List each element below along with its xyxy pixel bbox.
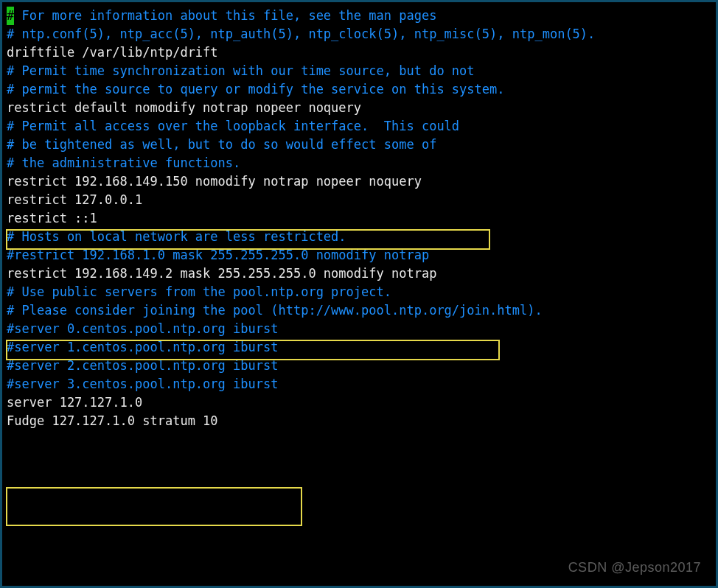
config-line[interactable]: # Permit time synchronization with our t… [7,62,711,80]
config-line[interactable]: restrict ::1 [7,209,711,228]
config-line[interactable]: server 127.127.1.0 [7,393,711,412]
config-line[interactable]: # Permit all access over the loopback in… [7,117,711,136]
box-server-local [6,487,302,526]
config-line[interactable]: # be tightened as well, but to do so wou… [7,136,711,154]
config-line[interactable]: # ntp.conf(5), ntp_acc(5), ntp_auth(5), … [7,25,711,43]
config-line[interactable]: restrict 127.0.0.1 [7,191,711,209]
config-line[interactable]: Fudge 127.127.1.0 stratum 10 [7,412,711,430]
config-line[interactable]: restrict 192.168.149.2 mask 255.255.255.… [7,265,711,283]
config-line[interactable]: # Use public servers from the pool.ntp.o… [7,283,711,301]
cursor: # [7,7,14,25]
config-line[interactable]: #server 2.centos.pool.ntp.org iburst [7,357,711,375]
config-line[interactable]: restrict 192.168.149.150 nomodify notrap… [7,172,711,191]
watermark-text: CSDN @Jepson2017 [568,559,701,577]
terminal-editor[interactable]: # For more information about this file, … [0,0,718,588]
config-line[interactable]: driftfile /var/lib/ntp/drift [7,43,711,62]
config-line[interactable]: # the administrative functions. [7,154,711,172]
config-line[interactable]: #server 0.centos.pool.ntp.org iburst [7,320,711,338]
config-line[interactable]: # permit the source to query or modify t… [7,80,711,99]
config-line[interactable]: # For more information about this file, … [7,7,711,25]
config-line[interactable]: #restrict 192.168.1.0 mask 255.255.255.0… [7,246,711,265]
config-line[interactable]: #server 3.centos.pool.ntp.org iburst [7,375,711,393]
config-line[interactable]: # Please consider joining the pool (http… [7,301,711,320]
config-file-content[interactable]: # For more information about this file, … [7,7,711,430]
config-line[interactable]: #server 1.centos.pool.ntp.org iburst [7,338,711,357]
config-line[interactable]: # Hosts on local network are less restri… [7,228,711,246]
config-line[interactable]: restrict default nomodify notrap nopeer … [7,99,711,117]
